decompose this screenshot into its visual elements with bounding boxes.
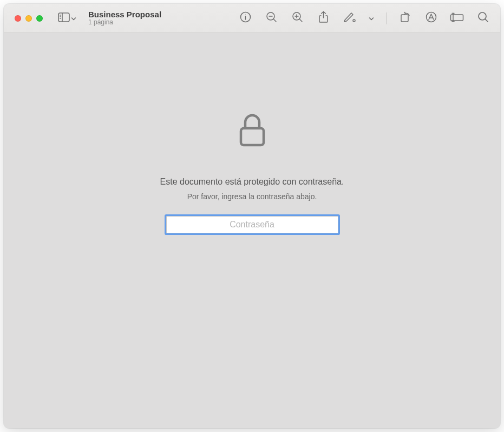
lock-icon [239, 113, 265, 149]
share-button[interactable] [316, 11, 331, 26]
markup-icon [343, 11, 356, 25]
enter-password-message: Por favor, ingresa la contraseña abajo. [187, 192, 317, 201]
search-icon [477, 11, 489, 25]
rotate-icon [400, 11, 411, 25]
toolbar-separator [386, 12, 387, 24]
close-window-button[interactable] [15, 15, 21, 22]
document-subtitle: 1 página [88, 19, 161, 27]
svg-rect-0 [58, 13, 69, 22]
rotate-button[interactable] [397, 11, 413, 26]
document-title-block: Business Proposal 1 página [88, 10, 161, 27]
zoom-in-button[interactable] [290, 11, 305, 26]
highlight-button[interactable] [423, 11, 438, 26]
minimize-window-button[interactable] [25, 15, 32, 22]
document-title: Business Proposal [88, 10, 161, 19]
share-icon [318, 11, 329, 25]
svg-rect-20 [451, 15, 463, 21]
sidebar-icon [58, 12, 70, 24]
maximize-window-button[interactable] [36, 15, 43, 22]
toolbar [238, 11, 494, 26]
protected-message: Este documento está protegido con contra… [160, 177, 344, 187]
info-icon [240, 11, 251, 25]
svg-rect-17 [401, 15, 408, 22]
sidebar-toggle-button[interactable] [58, 12, 76, 24]
zoom-in-icon [292, 11, 303, 25]
password-input[interactable] [166, 216, 338, 233]
markup-button[interactable] [342, 11, 357, 26]
svg-line-12 [299, 19, 302, 22]
app-window: Business Proposal 1 página [4, 4, 500, 428]
zoom-out-button[interactable] [264, 11, 279, 26]
chevron-down-icon [369, 14, 374, 23]
traffic-lights [15, 15, 43, 22]
svg-rect-26 [241, 128, 264, 145]
password-prompt: Este documento está protegido con contra… [160, 113, 344, 233]
svg-point-6 [245, 15, 245, 15]
markup-options-button[interactable] [368, 11, 375, 26]
svg-line-25 [485, 19, 488, 22]
form-icon [450, 12, 464, 24]
svg-point-18 [426, 12, 436, 22]
svg-point-16 [353, 19, 355, 22]
svg-line-9 [273, 19, 276, 22]
search-button[interactable] [475, 11, 490, 26]
highlight-icon [426, 11, 437, 25]
form-button[interactable] [449, 11, 464, 26]
titlebar: Business Proposal 1 página [4, 4, 500, 33]
content-area: Este documento está protegido con contra… [4, 33, 500, 428]
info-button[interactable] [238, 11, 253, 26]
chevron-down-icon [71, 14, 76, 23]
zoom-out-icon [266, 11, 277, 25]
